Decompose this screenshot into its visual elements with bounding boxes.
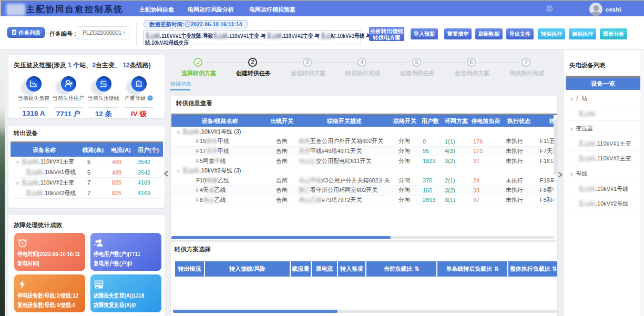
svg-text:?: ? — [149, 96, 151, 100]
